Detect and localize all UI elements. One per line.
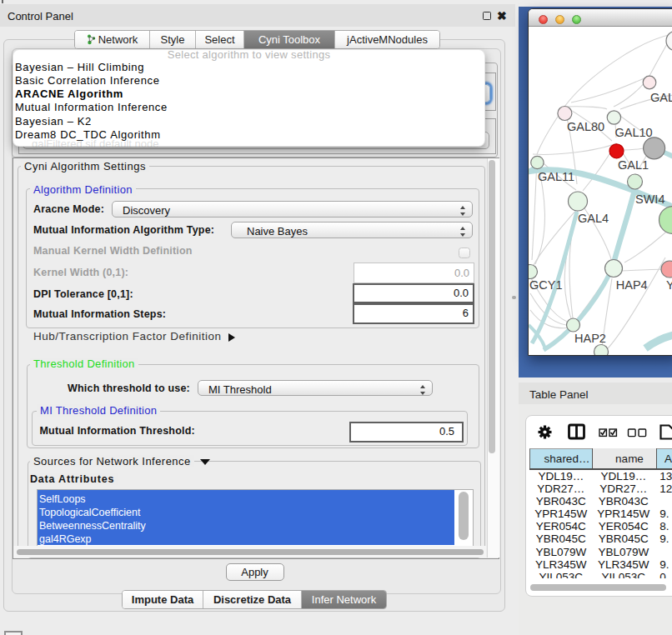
svg-text:YM: YM: [666, 278, 672, 292]
svg-text:HAP2: HAP2: [574, 332, 606, 345]
svg-text:GAL10: GAL10: [615, 126, 653, 139]
svg-text:GAL80: GAL80: [567, 120, 604, 133]
svg-text:GCY1: GCY1: [529, 278, 563, 292]
svg-text:GAL7: GAL7: [650, 91, 672, 104]
svg-text:GAL11: GAL11: [538, 170, 574, 183]
svg-text:SWI4: SWI4: [635, 192, 664, 206]
svg-text:HAP4: HAP4: [616, 278, 648, 292]
svg-text:GAL1: GAL1: [618, 158, 649, 172]
svg-text:GAL4: GAL4: [578, 212, 609, 225]
